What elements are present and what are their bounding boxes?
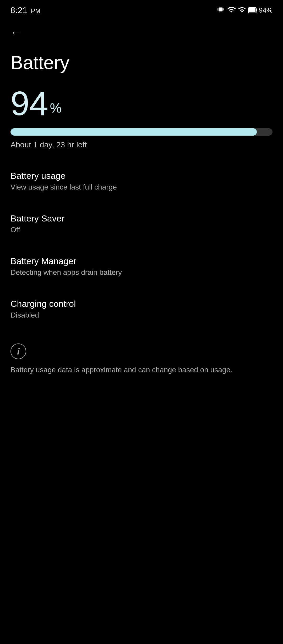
back-arrow-icon: ← [10,26,21,38]
battery-usage-item[interactable]: Battery usage View usage since last full… [0,160,283,202]
battery-percent-status: 94% [259,6,273,14]
battery-saver-subtitle: Off [10,226,273,234]
charging-control-title: Charging control [10,299,273,309]
battery-percentage-container: 94 % [0,76,283,120]
battery-icon: 94% [248,6,273,14]
info-text: Battery usage data is approximate and ca… [10,364,246,375]
battery-saver-item[interactable]: Battery Saver Off [0,202,283,245]
page-title: Battery [0,44,283,76]
battery-usage-title: Battery usage [10,171,273,181]
svg-rect-1 [249,8,255,12]
battery-percentage-display: 94 % [10,86,273,120]
battery-manager-item[interactable]: Battery Manager Detecting when apps drai… [0,245,283,288]
info-section: i Battery usage data is approximate and … [0,330,283,386]
status-icons: 94% [217,5,273,15]
battery-saver-title: Battery Saver [10,213,273,224]
vibrate-icon [217,5,225,15]
battery-manager-title: Battery Manager [10,256,273,266]
battery-symbol: % [50,102,62,120]
svg-rect-2 [256,9,257,11]
battery-usage-subtitle: View usage since last full charge [10,183,273,191]
charging-control-subtitle: Disabled [10,311,273,319]
status-time: 8:21 PM [10,5,41,15]
wifi-icon [227,5,236,15]
battery-number: 94 [10,86,48,120]
battery-manager-subtitle: Detecting when apps drain battery [10,268,273,277]
battery-progress-fill [10,128,257,136]
signal-icon [238,6,246,14]
time-display: 8:21 [10,5,27,15]
battery-progress-bar [10,128,273,136]
info-icon: i [10,343,26,359]
charging-control-item[interactable]: Charging control Disabled [0,288,283,330]
time-suffix: PM [31,7,41,14]
back-button[interactable]: ← [0,18,283,44]
battery-time-left: About 1 day, 23 hr left [0,140,283,160]
status-bar: 8:21 PM 94% [0,0,283,18]
